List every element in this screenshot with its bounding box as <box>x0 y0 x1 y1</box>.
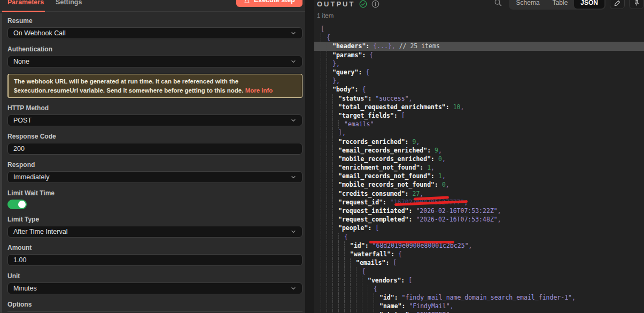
indent-guide-icon <box>338 276 344 284</box>
indent-guide-icon <box>321 285 327 293</box>
pin-icon <box>633 0 640 6</box>
json-key: "email_records_not_found": <box>338 172 438 180</box>
indent-guide-icon <box>321 68 327 77</box>
json-punct: {...}, <box>373 42 395 50</box>
indent-guide-icon <box>327 267 332 276</box>
json-punct: , <box>446 181 449 188</box>
json-line[interactable]: "status": "SKIPPED" <box>314 310 644 313</box>
json-viewer: [{"headers": {...}, // 25 items"params":… <box>314 25 644 313</box>
json-string: "2026-02-16T07:53:48Z" <box>416 216 497 223</box>
json-line[interactable]: "mobile_records_enriched": 0, <box>314 155 644 163</box>
json-line[interactable]: "request_initiated": "2026-02-16T07:53:2… <box>314 207 644 215</box>
indent-guide-icon <box>368 302 374 310</box>
limit-wait-time-toggle[interactable] <box>7 200 27 209</box>
indent-guide-icon <box>332 276 338 284</box>
json-line[interactable]: "credits_consumed": 27, <box>314 189 644 198</box>
json-line[interactable]: "body": { <box>314 85 644 94</box>
unit-select[interactable]: Minutes <box>7 283 302 294</box>
limit-type-value: After Time Interval <box>13 228 67 235</box>
indent-guide-icon <box>332 137 338 146</box>
tab-settings[interactable]: Settings <box>56 0 82 6</box>
view-tab-schema[interactable]: Schema <box>510 0 546 9</box>
json-string: "findy_mail_name_domain_search_email_fin… <box>402 294 572 301</box>
respond-select[interactable]: Immediately <box>7 171 302 183</box>
options-label: Options <box>7 301 302 308</box>
json-line[interactable]: "emails" <box>314 120 644 128</box>
more-info-link[interactable]: More info <box>245 87 273 94</box>
json-line[interactable]: "id": "findy_mail_name_domain_search_ema… <box>314 293 644 302</box>
json-line[interactable]: "waterfall": { <box>314 250 644 258</box>
json-line[interactable]: { <box>314 233 644 241</box>
view-tab-json[interactable]: JSON <box>574 0 604 9</box>
json-punct: , <box>498 216 501 223</box>
json-punct: [ <box>408 277 412 284</box>
json-line[interactable]: "name": "FindyMail", <box>314 302 644 310</box>
json-line[interactable]: "vendors": [ <box>314 276 644 284</box>
panel-scrollbar[interactable] <box>0 13 2 313</box>
indent-guide-icon <box>350 293 356 302</box>
limit-type-select[interactable]: After Time Interval <box>7 226 302 238</box>
json-line[interactable]: "status": "success", <box>314 94 644 103</box>
json-line[interactable]: }, <box>314 77 644 85</box>
json-line[interactable]: "records_enriched": 9, <box>314 137 644 146</box>
json-line[interactable]: "headers": {...}, // 25 items <box>314 42 644 50</box>
edit-output-button[interactable] <box>610 0 625 9</box>
http-method-select[interactable]: POST <box>7 114 302 126</box>
indent-guide-icon <box>332 128 338 137</box>
response-code-input[interactable]: 200 <box>7 143 302 155</box>
info-icon[interactable] <box>371 0 379 8</box>
json-line[interactable]: "request_completed": "2026-02-16T07:53:4… <box>314 215 644 224</box>
json-line[interactable]: "query": { <box>314 68 644 77</box>
json-line[interactable]: "people": [ <box>314 224 644 232</box>
json-line[interactable]: "mobile_records_not_found": 0, <box>314 180 644 189</box>
json-line[interactable]: "request_id": "167027000705527777", <box>314 198 644 207</box>
json-string: "SKIPPED" <box>416 311 449 313</box>
authentication-select[interactable]: None <box>7 56 302 67</box>
json-punct: { <box>362 268 366 275</box>
json-punct: , <box>469 242 472 249</box>
resume-select[interactable]: On Webhook Call <box>7 27 302 39</box>
indent-guide-icon <box>321 198 327 207</box>
amount-input[interactable]: 1.00 <box>7 254 302 266</box>
indent-guide-icon <box>321 77 327 85</box>
json-punct: , <box>450 302 454 310</box>
indent-guide-icon <box>327 146 332 155</box>
indent-guide-icon <box>327 258 332 267</box>
search-icon[interactable] <box>494 0 502 7</box>
pin-data-button[interactable] <box>629 0 644 9</box>
execute-step-button[interactable]: Execute step <box>236 0 302 7</box>
json-line[interactable]: "emails": [ <box>314 258 644 267</box>
parameters-form: ResumeOn Webhook CallAuthenticationNoneT… <box>0 12 305 313</box>
indent-guide-icon <box>332 293 338 302</box>
indent-guide-icon <box>344 310 350 313</box>
indent-guide-icon <box>327 68 332 77</box>
json-line[interactable]: "email_records_not_found": 1, <box>314 172 644 180</box>
response-code-value: 200 <box>13 145 25 152</box>
json-line[interactable]: }, <box>314 59 644 68</box>
json-line[interactable]: "enrichment_not_found": 1, <box>314 163 644 172</box>
indent-guide-icon <box>344 258 350 267</box>
indent-guide-icon <box>327 276 332 284</box>
json-punct: { <box>327 34 330 41</box>
json-line[interactable]: "params": { <box>314 51 644 59</box>
tab-parameters[interactable]: Parameters <box>7 0 44 6</box>
respond-label: Respond <box>7 161 302 169</box>
indent-guide-icon <box>332 310 338 313</box>
indent-guide-icon <box>332 250 338 258</box>
json-line[interactable]: { <box>314 267 644 276</box>
flask-icon <box>244 0 250 3</box>
indent-guide-icon <box>332 155 338 163</box>
json-line[interactable]: "target_fields": [ <box>314 111 644 120</box>
json-line[interactable]: [ <box>314 25 644 33</box>
json-string: "FindyMail" <box>409 302 449 310</box>
json-line[interactable]: ], <box>314 128 644 137</box>
indent-guide-icon <box>321 42 327 50</box>
json-line[interactable]: "id": "68d2019e0900e80001c2bc25", <box>314 241 644 250</box>
json-line[interactable]: "email_records_enriched": 9, <box>314 146 644 155</box>
chevron-down-icon <box>290 228 297 235</box>
json-line[interactable]: "total_requested_enrichments": 10, <box>314 103 644 111</box>
json-line[interactable]: { <box>314 285 644 293</box>
view-tab-table[interactable]: Table <box>546 0 575 9</box>
json-redacted-string: "68d2019e0900e80001c2bc25" <box>373 242 469 249</box>
json-line[interactable]: { <box>314 33 644 42</box>
